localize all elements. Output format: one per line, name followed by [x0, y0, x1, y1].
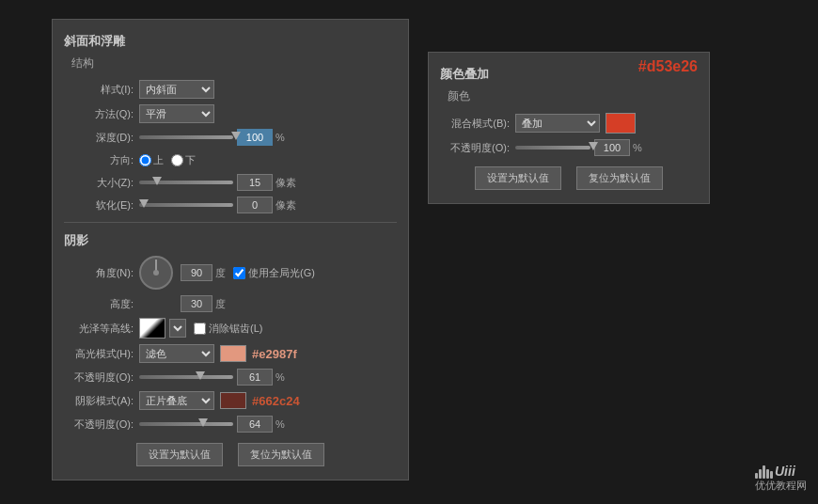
method-row: 方法(Q): 平滑	[53, 102, 408, 126]
color-reset-default-btn[interactable]: 复位为默认值	[576, 166, 663, 190]
highlight-opacity-input[interactable]	[237, 369, 273, 386]
direction-up-input[interactable]	[139, 154, 151, 166]
style-select[interactable]: 内斜面	[139, 80, 214, 99]
watermark: Uiii 优优教程网	[755, 464, 807, 493]
blend-mode-row: 混合模式(B): 叠加	[429, 110, 709, 136]
highlight-opacity-label: 不透明度(O):	[64, 370, 139, 385]
watermark-site-name: 优优教程网	[755, 479, 807, 493]
altitude-input[interactable]	[181, 295, 212, 312]
angle-label: 角度(N):	[64, 266, 139, 280]
method-label: 方法(Q):	[64, 107, 139, 121]
gloss-curve-preview[interactable]	[139, 318, 165, 339]
highlight-opacity-unit: %	[275, 371, 285, 383]
soften-row: 软化(E): 像素	[53, 194, 408, 216]
direction-down-radio[interactable]: 下	[171, 153, 196, 167]
size-label: 大小(Z):	[64, 176, 139, 190]
angle-deg: 度	[215, 266, 226, 280]
global-light-checkbox[interactable]: 使用全局光(G)	[233, 266, 315, 280]
size-row: 大小(Z): 像素	[53, 171, 408, 194]
color-opacity-row: 不透明度(O): %	[429, 136, 709, 159]
bevel-section-header: 斜面和浮雕	[53, 29, 408, 54]
style-label: 样式(I):	[64, 83, 139, 97]
highlight-opacity-slider[interactable]	[139, 375, 233, 379]
highlight-color-annotation: #e2987f	[252, 347, 297, 361]
structure-subsection: 结构	[53, 54, 408, 77]
main-reset-default-btn[interactable]: 复位为默认值	[238, 443, 324, 466]
direction-up-label: 上	[153, 153, 164, 167]
shadow-opacity-label: 不透明度(O):	[64, 417, 139, 432]
size-unit: 像素	[275, 176, 296, 190]
depth-slider[interactable]	[139, 135, 233, 139]
shadow-mode-row: 阴影模式(A): 正片叠底 #662c24	[53, 388, 408, 413]
gloss-row: 光泽等高线: 消除锯齿(L)	[53, 315, 408, 341]
color-panel: 颜色叠加 颜色 #d53e26 混合模式(B): 叠加 不透明度(O): % 设…	[428, 52, 710, 204]
blend-mode-select[interactable]: 叠加	[515, 114, 600, 133]
direction-up-radio[interactable]: 上	[139, 153, 164, 167]
style-row: 样式(I): 内斜面	[53, 77, 408, 102]
divider1	[64, 222, 397, 223]
color-opacity-slider[interactable]	[515, 146, 590, 150]
direction-down-input[interactable]	[171, 154, 183, 166]
soften-label: 软化(E):	[64, 198, 139, 213]
wave-bars-icon	[755, 464, 773, 479]
color-panel-buttons-row: 设置为默认值 复位为默认值	[429, 159, 709, 194]
soften-slider[interactable]	[139, 203, 233, 207]
size-slider[interactable]	[139, 181, 233, 184]
color-opacity-label: 不透明度(O):	[440, 141, 515, 155]
main-set-default-btn[interactable]: 设置为默认值	[136, 443, 223, 466]
color-opacity-input[interactable]	[594, 139, 630, 156]
highlight-mode-row: 高光模式(H): 滤色 #e2987f	[53, 341, 408, 366]
method-select[interactable]: 平滑	[139, 104, 214, 123]
main-buttons-row: 设置为默认值 复位为默认值	[53, 435, 408, 470]
depth-unit: %	[275, 132, 285, 143]
angle-center-dot	[153, 270, 159, 276]
depth-input[interactable]	[237, 129, 273, 146]
highlight-color-swatch[interactable]	[220, 345, 246, 362]
global-light-input[interactable]	[233, 267, 245, 279]
watermark-logo: Uiii	[755, 464, 807, 479]
direction-row: 方向: 上 下	[53, 149, 408, 171]
highlight-mode-select[interactable]: 滤色	[139, 344, 214, 363]
shadow-opacity-unit: %	[275, 418, 285, 430]
direction-down-label: 下	[185, 153, 196, 167]
altitude-deg: 度	[215, 297, 226, 311]
color-panel-color-annotation: #d53e26	[638, 58, 698, 75]
color-opacity-unit: %	[633, 142, 642, 153]
altitude-label: 高度:	[64, 297, 139, 311]
shadow-section-header: 阴影	[53, 228, 408, 253]
shadow-opacity-row: 不透明度(O): %	[53, 413, 408, 435]
main-panel: 斜面和浮雕 结构 样式(I): 内斜面 方法(Q): 平滑 深度(D): %	[52, 19, 409, 480]
blend-mode-label: 混合模式(B):	[440, 117, 515, 131]
shadow-mode-label: 阴影模式(A):	[64, 394, 139, 408]
blend-color-swatch[interactable]	[606, 113, 636, 134]
angle-dial[interactable]	[139, 256, 173, 290]
watermark-logo-text: Uiii	[775, 464, 795, 479]
shadow-color-swatch[interactable]	[220, 392, 246, 409]
soften-unit: 像素	[275, 198, 296, 213]
shadow-opacity-input[interactable]	[237, 416, 273, 433]
gloss-label: 光泽等高线:	[64, 322, 139, 336]
soften-input[interactable]	[237, 197, 273, 213]
highlight-opacity-row: 不透明度(O): %	[53, 366, 408, 388]
direction-label: 方向:	[64, 153, 139, 167]
depth-label: 深度(D):	[64, 131, 139, 145]
angle-input[interactable]	[181, 264, 212, 281]
size-input[interactable]	[237, 174, 273, 191]
anti-alias-label: 消除锯齿(L)	[209, 322, 262, 336]
anti-alias-checkbox[interactable]: 消除锯齿(L)	[194, 322, 262, 336]
shadow-opacity-slider[interactable]	[139, 422, 233, 426]
anti-alias-input[interactable]	[194, 323, 206, 335]
direction-radio-group: 上 下	[139, 153, 196, 167]
color-panel-subtitle: 颜色	[429, 87, 709, 110]
gloss-select[interactable]	[169, 319, 186, 338]
angle-row: 角度(N): 度 使用全局光(G)	[53, 253, 408, 292]
global-light-label: 使用全局光(G)	[248, 266, 315, 280]
shadow-mode-select[interactable]: 正片叠底	[139, 391, 214, 410]
altitude-row: 高度: 度	[53, 292, 408, 315]
highlight-mode-label: 高光模式(H):	[64, 347, 139, 361]
depth-row: 深度(D): %	[53, 126, 408, 149]
color-set-default-btn[interactable]: 设置为默认值	[475, 166, 561, 190]
shadow-color-annotation: #662c24	[252, 394, 300, 408]
